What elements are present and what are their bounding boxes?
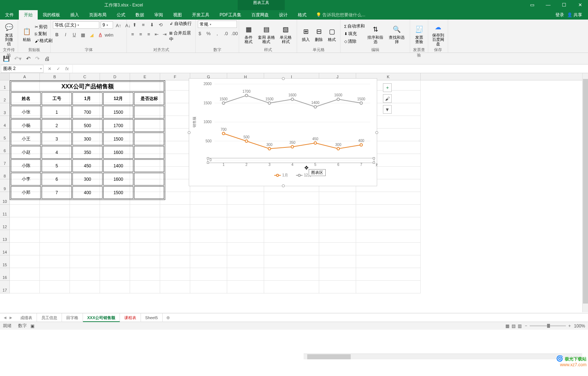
scrollbar-vertical[interactable] — [582, 73, 588, 312]
redo-icon[interactable]: ↷ — [35, 55, 40, 62]
row-header[interactable]: 12 — [0, 217, 10, 230]
col-header[interactable]: C — [70, 73, 100, 80]
row-header[interactable]: 15 — [0, 255, 10, 268]
align-left-icon[interactable]: ≡ — [129, 30, 136, 38]
axis-selection[interactable] — [208, 158, 374, 163]
cell-style-button[interactable]: ▧单元格样式 — [277, 21, 295, 47]
add-sheet-button[interactable]: ⊕ — [163, 315, 174, 320]
dec-dec-icon[interactable]: .00 — [231, 29, 239, 37]
grow-font-icon[interactable]: A↑ — [114, 21, 122, 29]
print-preview-icon[interactable]: 🖨 — [44, 55, 50, 62]
number-format-combo[interactable]: 常规▾ — [198, 21, 237, 28]
worksheet-grid[interactable]: ABCDEFGHIJK 1234567891011121314151617 XX… — [0, 73, 588, 313]
save-icon[interactable]: 💾 — [3, 55, 10, 62]
indent-inc-icon[interactable]: ⇥ — [161, 30, 168, 38]
tab-格式[interactable]: 格式 — [293, 10, 312, 20]
font-size-combo[interactable]: 9▾ — [101, 21, 113, 29]
name-box[interactable]: 图表 2▾ — [1, 65, 43, 73]
send-wechat-button[interactable]: 💬发送 到微信 — [2, 21, 16, 47]
tell-me[interactable]: 💡 告诉我您想要做什么... — [316, 12, 365, 18]
col-header[interactable]: E — [130, 73, 160, 80]
insert-cell-button[interactable]: ⊞插入 — [299, 21, 312, 47]
table-format-button[interactable]: ▤套用 表格格式 — [256, 21, 277, 47]
cut-button[interactable]: ✂ 剪切 — [35, 24, 53, 30]
share-button[interactable]: 👤 共享 — [567, 12, 582, 18]
delete-cell-button[interactable]: ⊟删除 — [312, 21, 325, 47]
tab-插入[interactable]: 插入 — [65, 10, 84, 20]
row-header[interactable]: 11 — [0, 205, 10, 217]
row-header[interactable]: 13 — [0, 230, 10, 243]
tab-视图[interactable]: 视图 — [168, 10, 187, 20]
sheet-nav-prev[interactable]: ◄ — [3, 315, 7, 320]
indent-dec-icon[interactable]: ⇤ — [153, 30, 160, 38]
percent-icon[interactable]: % — [205, 29, 213, 37]
align-mid-icon[interactable]: ≡ — [139, 21, 147, 29]
col-header[interactable]: A — [10, 73, 40, 80]
row-header[interactable]: 17 — [0, 281, 10, 293]
close-icon[interactable]: ✕ — [572, 0, 588, 10]
row-header[interactable]: 2 — [0, 91, 10, 103]
tab-我的模板[interactable]: 我的模板 — [38, 10, 65, 20]
align-right-icon[interactable]: ≡ — [145, 30, 152, 38]
row-header[interactable]: 7 — [0, 154, 10, 167]
underline-icon[interactable]: U — [70, 31, 78, 39]
tab-开发工具[interactable]: 开发工具 — [187, 10, 214, 20]
font-color-icon[interactable]: A — [96, 31, 104, 39]
tab-公式[interactable]: 公式 — [112, 10, 130, 20]
zoom-level[interactable]: 100% — [574, 323, 585, 329]
row-header[interactable]: 10 — [0, 192, 10, 205]
tab-开始[interactable]: 开始 — [19, 10, 38, 20]
view-break-icon[interactable]: ▥ — [518, 323, 522, 329]
row-header[interactable]: 8 — [0, 167, 10, 179]
comma-icon[interactable]: , — [213, 29, 221, 37]
find-select-button[interactable]: 🔍查找和选择 — [386, 21, 408, 47]
sheet-tab[interactable]: XXX公司销售额 — [83, 313, 120, 322]
ribbon-options-icon[interactable]: ▭ — [524, 0, 540, 10]
zoom-slider[interactable]: －＋ — [524, 323, 572, 329]
border-icon[interactable]: ▦ — [79, 31, 87, 39]
macro-record-icon[interactable]: ▣ — [30, 323, 34, 329]
sort-filter-button[interactable]: ⇅排序和筛选 — [365, 21, 386, 47]
undo-dropdown-icon[interactable]: ↶▾ — [14, 55, 22, 62]
row-header[interactable]: 6 — [0, 141, 10, 154]
col-header[interactable]: F — [160, 73, 190, 80]
accept-fn-icon[interactable]: ✓ — [54, 66, 62, 71]
align-bot-icon[interactable]: ⬇ — [148, 21, 156, 29]
chart-elements-button[interactable]: ＋ — [383, 83, 392, 92]
tab-数据[interactable]: 数据 — [130, 10, 149, 20]
maximize-icon[interactable]: ☐ — [556, 0, 572, 10]
tab-文件[interactable]: 文件 — [0, 10, 19, 20]
chart-object[interactable]: 销售额05001000150020001234567姓名700500300350… — [189, 78, 377, 186]
fill-color-icon[interactable]: ◢ — [88, 31, 96, 39]
currency-icon[interactable]: $ — [196, 29, 204, 37]
paste-button[interactable]: 📋粘贴 — [20, 21, 33, 47]
sheet-nav-next[interactable]: ► — [9, 315, 13, 320]
orientation-icon[interactable]: ⟲ — [157, 21, 164, 29]
row-header[interactable]: 9 — [0, 179, 10, 192]
tab-百度网盘[interactable]: 百度网盘 — [246, 10, 274, 20]
login-link[interactable]: 登录 — [555, 12, 564, 18]
phonetic-icon[interactable]: wén — [105, 31, 113, 39]
italic-icon[interactable]: I — [62, 31, 70, 39]
col-header[interactable]: B — [40, 73, 70, 80]
sheet-tab[interactable]: 成绩表 — [16, 313, 37, 322]
minimize-icon[interactable]: ― — [540, 0, 556, 10]
format-painter-button[interactable]: 🖌 格式刷 — [35, 38, 53, 44]
align-center-icon[interactable]: ≡ — [137, 30, 144, 38]
cond-format-button[interactable]: ▦条件格式 — [241, 21, 256, 47]
row-header[interactable]: 16 — [0, 268, 10, 281]
clear-button[interactable]: ◇ 清除 — [344, 38, 365, 45]
row-header[interactable]: 14 — [0, 243, 10, 255]
col-header[interactable]: D — [100, 73, 130, 80]
cancel-fn-icon[interactable]: ✕ — [46, 66, 54, 71]
tab-PDF工具集[interactable]: PDF工具集 — [214, 10, 246, 20]
inc-dec-icon[interactable]: .0 — [222, 29, 230, 37]
row-header[interactable]: 1 — [0, 80, 10, 91]
copy-button[interactable]: ⎘ 复制 — [35, 31, 53, 37]
view-normal-icon[interactable]: ▦ — [505, 323, 509, 329]
font-name-combo[interactable]: 等线 (正文)▾ — [53, 21, 99, 29]
tab-页面布局[interactable]: 页面布局 — [84, 10, 112, 20]
row-header[interactable]: 4 — [0, 116, 10, 129]
chart-styles-button[interactable]: 🖌 — [383, 94, 392, 103]
view-layout-icon[interactable]: ▤ — [512, 323, 516, 329]
